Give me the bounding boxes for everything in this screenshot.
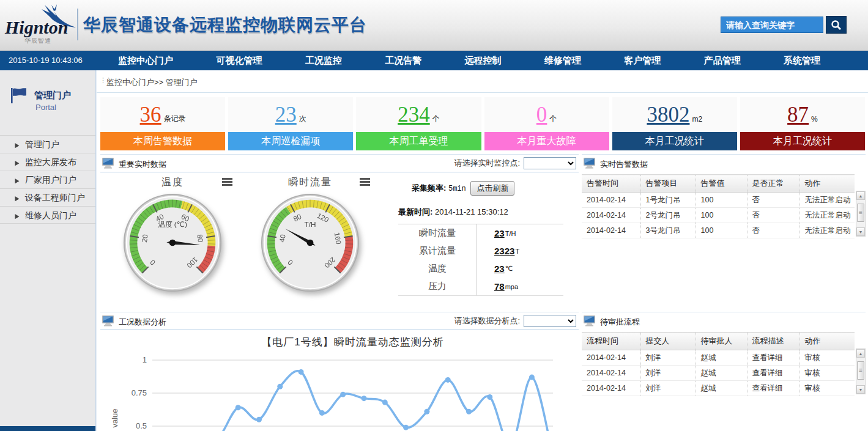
table-scrollbar[interactable]: ▲ ▼ <box>856 348 866 394</box>
latest-time-value: 2014-11-21 15:30:12 <box>435 207 508 216</box>
metric-value-cell: 23T/H <box>477 224 563 242</box>
table-cell: 2014-02-14 <box>582 223 640 238</box>
stat-card-value[interactable]: 3802 <box>647 104 689 125</box>
app-root: Hignton 华辰智通 华辰智通设备远程监控物联网云平台 2015-10-19… <box>0 0 868 431</box>
table-cell: 2014-02-14 <box>582 366 640 381</box>
sidebar-item-3[interactable]: ▶设备工程师门户 <box>0 188 95 206</box>
scroll-down-button[interactable]: ▼ <box>856 227 865 236</box>
stat-card-value[interactable]: 0 <box>536 104 547 125</box>
metric-value[interactable]: 23 <box>494 228 505 238</box>
table-cell: 2号龙门吊 <box>640 208 696 223</box>
chart-menu-icon[interactable] <box>222 178 232 187</box>
triangle-right-icon: ▶ <box>15 172 19 191</box>
metric-value-cell: 2323T <box>477 242 563 260</box>
metric-value[interactable]: 23 <box>494 263 505 274</box>
nav-item-6[interactable]: 客户管理 <box>618 51 667 70</box>
nav-item-8[interactable]: 系统管理 <box>777 51 826 70</box>
stat-card-value[interactable]: 87 <box>787 104 809 125</box>
table-cell: 查看详细 <box>747 350 799 366</box>
stat-card-1: 23次本周巡检漏项 <box>228 97 353 150</box>
stat-card-value[interactable]: 36 <box>140 104 161 125</box>
table-cell: 否 <box>747 208 799 223</box>
table-row[interactable]: 2014-02-14刘洋赵城查看详细审核 <box>582 366 855 381</box>
table-cell: 2014-02-14 <box>582 381 640 396</box>
line-chart-area: 【电厂1号线】瞬时流量动态监测分析 10.750.5value <box>100 331 579 431</box>
svg-text:1: 1 <box>143 355 147 364</box>
table-row[interactable]: 2014-02-141号龙门吊100否无法正常启动 <box>582 193 855 208</box>
table-cell: 否 <box>747 193 799 208</box>
analysis-point-select[interactable] <box>524 315 576 327</box>
search-button[interactable] <box>826 16 847 34</box>
nav-item-3[interactable]: 工况告警 <box>379 51 428 70</box>
metric-unit: ℃ <box>505 265 513 273</box>
sidebar-item-label: 监控大屏发布 <box>25 157 76 167</box>
metric-value[interactable]: 2323 <box>494 246 514 256</box>
table-row[interactable]: 2014-02-143号龙门吊100否无法正常启动 <box>582 223 855 238</box>
line-chart-title: 【电厂1号线】瞬时流量动态监测分析 <box>152 335 553 349</box>
topbar: Hignton 华辰智通 华辰智通设备远程监控物联网云平台 <box>0 0 868 51</box>
refresh-button[interactable]: 点击刷新 <box>470 181 514 196</box>
table-row[interactable]: 2014-02-14刘洋赵城查看详细审核 <box>582 381 855 396</box>
column-header: 流程时间 <box>582 333 640 350</box>
metric-row: 累计流量2323T <box>398 242 563 260</box>
metrics-table: 瞬时流量23T/H累计流量2323T温度23℃压力78mpa <box>398 224 563 296</box>
metric-value[interactable]: 78 <box>494 281 505 292</box>
panel-title: 重要实时数据 <box>119 159 166 170</box>
metric-row: 温度23℃ <box>398 260 563 278</box>
stat-card-number-area: 234个 <box>356 97 481 132</box>
sidebar-item-0[interactable]: ▶管理门户 <box>0 135 95 153</box>
table-cell: 无法正常启动 <box>799 193 855 208</box>
panel-title: 工况数据分析 <box>119 317 166 328</box>
sidebar-item-4[interactable]: ▶维修人员门户 <box>0 206 95 224</box>
nav-item-7[interactable]: 产品管理 <box>698 51 747 70</box>
metric-unit: T <box>515 248 519 255</box>
metric-unit: mpa <box>505 283 518 290</box>
stat-card-2: 234个本周工单受理 <box>356 97 481 150</box>
scroll-up-button[interactable]: ▲ <box>856 349 865 358</box>
chart-menu-icon[interactable] <box>360 178 370 187</box>
table-cell: 100 <box>696 208 747 223</box>
stat-card-number-area: 23次 <box>228 97 353 132</box>
scroll-thumb[interactable] <box>857 204 864 222</box>
table-row[interactable]: 2014-02-142号龙门吊100否无法正常启动 <box>582 208 855 223</box>
svg-text:0.5: 0.5 <box>136 421 147 430</box>
table-cell: 否 <box>747 223 799 238</box>
column-header: 动作 <box>799 333 855 350</box>
table-cell: 2014-02-14 <box>582 350 640 366</box>
svg-text:0.75: 0.75 <box>132 388 147 397</box>
column-header: 待审批人 <box>696 333 747 350</box>
table-cell: 无法正常启动 <box>799 223 855 238</box>
scroll-thumb[interactable] <box>857 361 864 380</box>
sidebar-item-2[interactable]: ▶厂家用户门户 <box>0 171 95 188</box>
table-cell: 刘洋 <box>640 381 696 396</box>
alarm-panel-header: 实时告警数据 <box>582 154 866 172</box>
nav-item-0[interactable]: 监控中心门户 <box>112 51 179 70</box>
portal-subtitle: Portal <box>35 103 56 112</box>
table-scrollbar[interactable]: ▲ ▼ <box>856 191 866 237</box>
realtime-info-panel: 采集频率: 5min 点击刷新 最新时间: 2014-11-21 15:30:1… <box>398 181 572 296</box>
stat-card-unit: % <box>811 115 818 123</box>
scroll-down-button[interactable]: ▼ <box>856 385 865 394</box>
nav-item-2[interactable]: 工况监控 <box>299 51 348 70</box>
nav-item-5[interactable]: 维修管理 <box>538 51 587 70</box>
monitor-icon <box>583 315 596 329</box>
panel-title: 待审批流程 <box>600 317 640 328</box>
nav-items: 监控中心门户可视化管理工况监控工况告警远程控制维修管理客户管理产品管理系统管理 <box>112 51 826 70</box>
collect-frequency-row: 采集频率: 5min 点击刷新 <box>412 181 572 196</box>
table-row[interactable]: 2014-02-14刘洋赵城查看详细审核 <box>582 350 855 366</box>
table-cell: 赵城 <box>696 381 747 396</box>
sidebar-item-label: 设备工程师门户 <box>25 193 85 202</box>
sidebar-item-label: 维修人员门户 <box>25 210 76 220</box>
stat-card-value[interactable]: 234 <box>398 104 430 125</box>
table-cell: 100 <box>696 223 747 238</box>
nav-item-1[interactable]: 可视化管理 <box>210 51 268 70</box>
navbar: 2015-10-19 10:43:06 监控中心门户可视化管理工况监控工况告警远… <box>0 51 868 70</box>
search-input[interactable] <box>721 17 823 33</box>
nav-item-4[interactable]: 远程控制 <box>459 51 508 70</box>
monitor-point-select[interactable] <box>524 157 576 169</box>
svg-text:40: 40 <box>278 234 287 243</box>
sidebar-item-1[interactable]: ▶监控大屏发布 <box>0 153 95 171</box>
stat-card-value[interactable]: 23 <box>275 104 297 125</box>
stat-card-4: 3802m2本月工况统计 <box>612 97 737 150</box>
scroll-up-button[interactable]: ▲ <box>856 191 865 200</box>
